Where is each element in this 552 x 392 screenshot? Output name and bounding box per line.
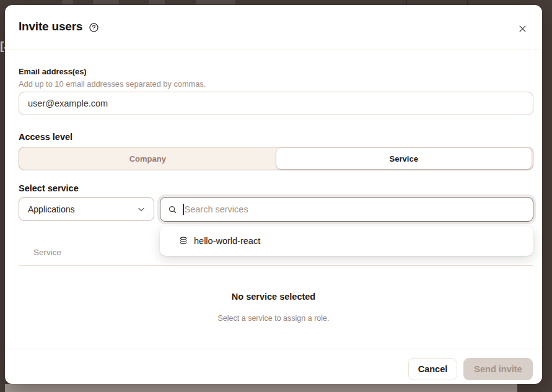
list-item-service[interactable]: hello-world-react: [160, 226, 533, 256]
dimmed-page-text: [J: [0, 37, 5, 56]
dimmed-topnav-text: [149, 0, 165, 4]
stack-icon: [178, 236, 188, 246]
email-field[interactable]: [19, 92, 533, 115]
search-icon: [168, 205, 177, 214]
text-caret: [183, 204, 184, 215]
search-input[interactable]: Search services: [160, 197, 533, 222]
dimmed-page-strip: [5, 384, 517, 392]
email-label: Email address(es): [19, 67, 87, 76]
invite-users-modal: Invite users Email address(es) Add up to…: [5, 5, 542, 384]
dimmed-topnav-separator: [406, 0, 407, 5]
access-level-option-service[interactable]: Service: [276, 148, 532, 169]
chevron-down-icon: [136, 204, 146, 214]
service-result-label: hello-world-react: [194, 236, 260, 246]
dimmed-topnav-text: [93, 0, 119, 4]
footer-divider: [5, 349, 542, 349]
service-filter-row: Applications Search services: [19, 197, 533, 222]
search-placeholder: Search services: [185, 204, 248, 214]
select-service-label: Select service: [19, 183, 79, 193]
access-level-option-company[interactable]: Company: [19, 147, 276, 170]
table-divider: [19, 265, 533, 266]
dimmed-topnav-text: [62, 0, 73, 4]
email-hint: Add up to 10 email addresses separated b…: [19, 79, 206, 89]
send-invite-button[interactable]: Send invite: [463, 358, 533, 380]
close-icon[interactable]: [515, 21, 530, 36]
help-icon[interactable]: [89, 22, 99, 33]
dimmed-topnav-separator: [467, 0, 468, 5]
service-column-header: Service: [33, 248, 61, 257]
search-results-panel: hello-world-react: [160, 226, 533, 256]
service-type-select-value: Applications: [28, 204, 136, 214]
access-level-toggle: Company Service: [19, 147, 533, 170]
header-divider: [5, 50, 542, 50]
service-type-select[interactable]: Applications: [19, 197, 154, 221]
empty-state-subtitle: Select a service to assign a role.: [5, 314, 542, 323]
empty-state-title: No service selected: [5, 292, 542, 302]
cancel-button[interactable]: Cancel: [408, 358, 457, 380]
footer-buttons: Cancel Send invite: [408, 358, 533, 380]
access-level-label: Access level: [19, 132, 72, 142]
modal-header: Invite users: [19, 20, 99, 33]
page-title: Invite users: [19, 20, 82, 33]
dimmed-topnav-text: [196, 0, 235, 4]
